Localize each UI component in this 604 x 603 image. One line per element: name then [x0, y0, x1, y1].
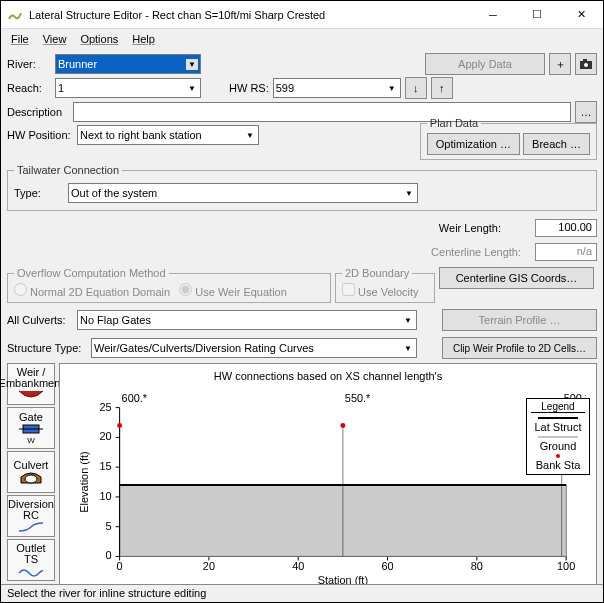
twod-legend: 2D Boundary [342, 267, 412, 279]
chart-legend: Legend Lat Struct Ground Bank Sta [526, 398, 590, 475]
svg-text:100: 100 [557, 560, 575, 572]
svg-text:10: 10 [100, 490, 112, 502]
overflow-legend: Overflow Computation Method [14, 267, 169, 279]
chevron-down-icon: ▼ [405, 189, 415, 198]
camera-button[interactable] [575, 53, 597, 75]
menu-file[interactable]: File [11, 33, 29, 45]
svg-point-42 [340, 423, 345, 428]
svg-text:5: 5 [106, 520, 112, 532]
plan-data-legend: Plan Data [427, 117, 481, 129]
type-value: Out of the system [71, 187, 157, 199]
svg-point-46 [556, 454, 560, 458]
hwrs-label: HW RS: [229, 82, 269, 94]
radio-weir-eq[interactable]: Use Weir Equation [179, 286, 287, 298]
all-culverts-label: All Culverts: [7, 314, 73, 326]
svg-point-1 [584, 63, 588, 67]
maximize-button[interactable]: ☐ [515, 1, 559, 29]
tailwater-legend: Tailwater Connection [14, 164, 122, 176]
wave-icon [17, 565, 45, 577]
tailwater-fieldset: Tailwater Connection Type: Out of the sy… [7, 164, 597, 211]
svg-text:0: 0 [117, 560, 123, 572]
structure-type-value: Weir/Gates/Culverts/Diversion Rating Cur… [94, 342, 314, 354]
weir-length-label: Weir Length: [439, 222, 501, 234]
hw-position-select[interactable]: Next to right bank station▼ [77, 125, 259, 145]
chart-title: HW connections based on XS channel lengt… [70, 370, 586, 382]
chevron-down-icon: ▼ [186, 59, 198, 70]
apply-data-button[interactable]: Apply Data [425, 53, 545, 75]
plus-button[interactable]: ＋ [549, 53, 571, 75]
svg-text:60: 60 [381, 560, 393, 572]
svg-text:25: 25 [100, 401, 112, 413]
reach-select[interactable]: 1▼ [55, 78, 201, 98]
hw-position-label: HW Position: [7, 129, 77, 141]
gate-icon [17, 423, 45, 437]
type-select[interactable]: Out of the system▼ [68, 183, 418, 203]
weir-embankment-button[interactable]: Weir /Embankment [7, 363, 55, 405]
menu-help[interactable]: Help [132, 33, 155, 45]
optimization-button[interactable]: Optimization … [427, 133, 520, 155]
outlet-ts-button[interactable]: OutletTS [7, 539, 55, 581]
svg-text:600.*: 600.* [122, 392, 148, 404]
app-icon [7, 7, 23, 23]
structure-toolbar: Weir /Embankment Gate W Culvert Diversio… [7, 363, 55, 597]
chevron-down-icon: ▼ [404, 316, 414, 325]
all-culverts-select[interactable]: No Flap Gates▼ [77, 310, 417, 330]
titlebar: Lateral Structure Editor - Rect chan S=1… [1, 1, 603, 29]
use-velocity-checkbox[interactable]: Use Velocity [342, 286, 419, 298]
radio-normal-2d[interactable]: Normal 2D Equation Domain [14, 286, 170, 298]
culvert-icon [17, 471, 45, 485]
chart-panel: HW connections based on XS channel lengt… [59, 363, 597, 597]
svg-text:Elevation (ft): Elevation (ft) [78, 451, 90, 512]
svg-text:80: 80 [471, 560, 483, 572]
svg-text:40: 40 [292, 560, 304, 572]
svg-text:0: 0 [106, 549, 112, 561]
up-button[interactable]: ↑ [431, 77, 453, 99]
reach-label: Reach: [7, 82, 51, 94]
terrain-profile-button[interactable]: Terrain Profile … [442, 309, 597, 331]
curve-icon [17, 521, 45, 533]
svg-text:15: 15 [100, 460, 112, 472]
svg-text:20: 20 [100, 430, 112, 442]
svg-text:20: 20 [203, 560, 215, 572]
weir-length-value: 100.00 [535, 219, 597, 237]
all-culverts-value: No Flap Gates [80, 314, 151, 326]
gate-button[interactable]: Gate W [7, 407, 55, 449]
type-label: Type: [14, 187, 64, 199]
centerline-length-value: n/a [535, 243, 597, 261]
river-label: River: [7, 58, 51, 70]
minimize-button[interactable]: ─ [471, 1, 515, 29]
chevron-down-icon: ▼ [388, 84, 398, 93]
clip-weir-button[interactable]: Clip Weir Profile to 2D Cells… [442, 337, 597, 359]
hwrs-value: 599 [276, 82, 294, 94]
river-value: Brunner [58, 58, 97, 70]
svg-rect-2 [583, 59, 587, 62]
chevron-down-icon: ▼ [246, 131, 256, 140]
breach-button[interactable]: Breach … [523, 133, 590, 155]
down-button[interactable]: ↓ [405, 77, 427, 99]
hw-position-value: Next to right bank station [80, 129, 202, 141]
reach-value: 1 [58, 82, 64, 94]
close-button[interactable]: ✕ [559, 1, 603, 29]
camera-icon [579, 58, 593, 70]
river-select[interactable]: Brunner▼ [55, 54, 201, 74]
svg-point-41 [117, 423, 122, 428]
window-title: Lateral Structure Editor - Rect chan S=1… [29, 9, 471, 21]
menu-options[interactable]: Options [80, 33, 118, 45]
overflow-fieldset: Overflow Computation Method Normal 2D Eq… [7, 267, 331, 303]
twod-boundary-fieldset: 2D Boundary Use Velocity [335, 267, 435, 303]
chevron-down-icon: ▼ [404, 344, 414, 353]
centerline-length-label: Centerline Length: [431, 246, 521, 258]
status-bar: Select the river for inline structure ed… [1, 584, 603, 602]
culvert-button[interactable]: Culvert [7, 451, 55, 493]
menu-view[interactable]: View [43, 33, 67, 45]
structure-type-select[interactable]: Weir/Gates/Culverts/Diversion Rating Cur… [91, 338, 417, 358]
centerline-gis-button[interactable]: Centerline GIS Coords… [439, 267, 594, 289]
diversion-rc-button[interactable]: DiversionRC [7, 495, 55, 537]
weir-icon [17, 389, 45, 401]
svg-text:550.*: 550.* [345, 392, 371, 404]
status-text: Select the river for inline structure ed… [7, 587, 206, 599]
chart-svg: 0204060801000510152025Station (ft)Elevat… [70, 382, 586, 592]
menu-bar: File View Options Help [1, 29, 603, 49]
svg-point-5 [25, 475, 37, 483]
hwrs-select[interactable]: 599▼ [273, 78, 401, 98]
